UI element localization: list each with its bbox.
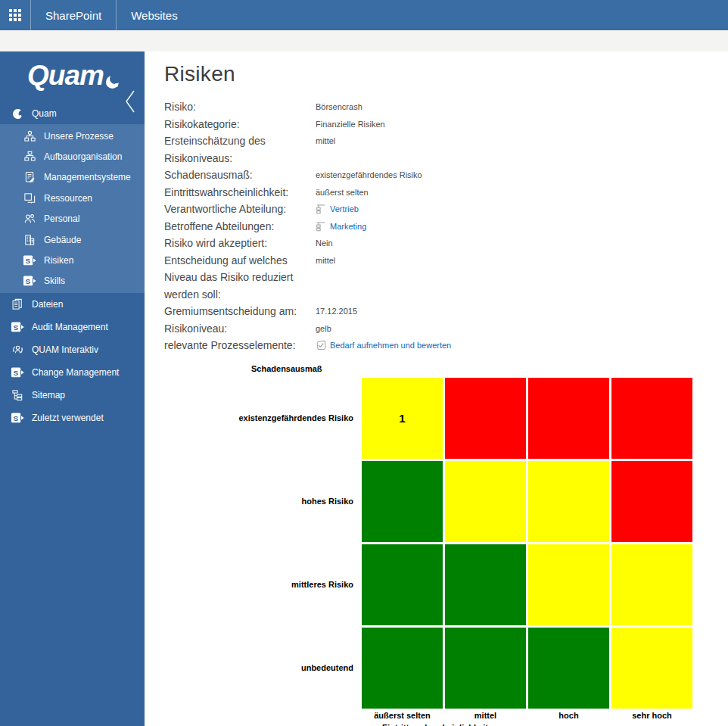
resources-icon bbox=[22, 192, 37, 204]
sidebar-item-personal[interactable]: Personal bbox=[0, 209, 145, 229]
page-title: Risiken bbox=[164, 62, 728, 86]
sidebar-item-quam-interaktiv[interactable]: QUAM Interaktiv bbox=[0, 338, 145, 361]
quam-moon-icon bbox=[106, 76, 119, 89]
matrix-cell-yellow bbox=[611, 628, 692, 709]
sidebar-item-label: Sitemap bbox=[32, 390, 65, 400]
sidebar-item-managementsysteme[interactable]: Managementsysteme bbox=[0, 167, 145, 188]
field-label: Risiko wird akzeptiert: bbox=[164, 235, 316, 252]
sharepoint-s-icon: S bbox=[10, 321, 25, 334]
link-text: Vertrieb bbox=[330, 201, 359, 218]
brand-link-sharepoint[interactable]: SharePoint bbox=[31, 9, 116, 22]
field-row: Verantwortliche Abteilung:Vertrieb bbox=[164, 201, 728, 218]
field-value-link[interactable]: Bedarf aufnehmen und bewerten bbox=[316, 337, 451, 354]
field-row: Risikoniveau:gelb bbox=[164, 320, 728, 338]
matrix-cell-yellow bbox=[528, 544, 609, 625]
sidebar-item-label: Dateien bbox=[32, 299, 63, 310]
matrix-cell-red bbox=[445, 378, 526, 459]
sidebar-item-ressourcen[interactable]: Ressourcen bbox=[0, 188, 145, 208]
sidebar-item-aufbauorganisation[interactable]: Aufbauorganisation bbox=[0, 146, 145, 167]
sidebar-item-label: Quam bbox=[32, 108, 57, 119]
field-row: Entscheidung auf welches Niveau das Risi… bbox=[164, 252, 728, 304]
field-row: Risiko wird akzeptiert:Nein bbox=[164, 235, 728, 252]
matrix-cell-yellow bbox=[528, 461, 609, 542]
field-label: Verantwortliche Abteilung: bbox=[164, 201, 316, 218]
field-value: mittel bbox=[316, 132, 335, 150]
matrix-row-label: existenzgefährdendes Risiko bbox=[164, 378, 359, 459]
svg-text:S: S bbox=[13, 414, 18, 422]
sidebar-item-change-management[interactable]: SChange Management bbox=[0, 361, 145, 384]
field-row: Eintrittswahrscheinlichkeit:äußerst selt… bbox=[164, 184, 728, 201]
sidebar-item-zuletzt-verwendet[interactable]: SZuletzt verwendet bbox=[0, 407, 145, 429]
matrix-xtick-spacer bbox=[164, 711, 359, 720]
sidebar-item-label: Audit Management bbox=[32, 322, 108, 332]
people-icon bbox=[22, 213, 37, 226]
sidebar-item-label: QUAM Interaktiv bbox=[32, 344, 98, 355]
nav-link-websites[interactable]: Websites bbox=[117, 9, 191, 22]
quam-logo: Quam bbox=[0, 51, 145, 91]
org-link-icon bbox=[316, 204, 326, 214]
sidebar-item-label: Personal bbox=[44, 213, 79, 224]
matrix-x-tick: äußerst selten bbox=[362, 711, 443, 720]
field-row: Risiko:Börsencrash bbox=[164, 98, 728, 116]
field-value: Finanzielle Risiken bbox=[316, 116, 385, 133]
sidebar-item-label: Ressourcen bbox=[44, 193, 92, 204]
people-sync-icon bbox=[10, 344, 25, 357]
matrix-cell-red bbox=[611, 461, 692, 542]
process-tree-icon bbox=[22, 129, 37, 142]
sidebar-item-label: Zuletzt verwendet bbox=[32, 413, 104, 423]
risk-marker: 1 bbox=[399, 412, 405, 425]
quam-moon-icon bbox=[10, 107, 25, 120]
field-value: Börsencrash bbox=[316, 98, 362, 116]
sidebar-nav: Quam Unsere ProzesseAufbauorganisationMa… bbox=[0, 103, 145, 429]
sidebar-item-skills[interactable]: SSkills bbox=[0, 271, 145, 291]
matrix-row-label: mittleres Risiko bbox=[164, 544, 359, 625]
risk-detail-fields: Risiko:BörsencrashRisikokategorie:Finanz… bbox=[164, 98, 728, 354]
doc-edit-icon bbox=[22, 171, 37, 184]
sharepoint-s-icon: S bbox=[10, 412, 25, 425]
sharepoint-s-icon: S bbox=[22, 254, 37, 267]
matrix-cell-yellow bbox=[445, 461, 526, 542]
main-content: Risiken Risiko:BörsencrashRisikokategori… bbox=[145, 51, 728, 726]
field-value: äußerst selten bbox=[316, 184, 369, 201]
field-value: mittel bbox=[316, 252, 335, 270]
sitemap-icon bbox=[10, 389, 25, 402]
sidebar-item-unsere-prozesse[interactable]: Unsere Prozesse bbox=[0, 126, 145, 146]
field-value: existenzgefährdendes Risiko bbox=[316, 167, 422, 184]
matrix-cell-green bbox=[445, 544, 526, 625]
field-value: gelb bbox=[316, 320, 331, 338]
field-label: Ersteinschätzung des Risikoniveaus: bbox=[164, 132, 316, 167]
matrix-x-axis-label: Eintrittswahrscheinlichkeit bbox=[382, 723, 728, 726]
matrix-cell-green bbox=[528, 628, 609, 709]
field-value-link[interactable]: Marketing bbox=[316, 218, 366, 235]
app-launcher-icon[interactable] bbox=[0, 0, 30, 30]
field-value: 17.12.2015 bbox=[316, 303, 357, 320]
ribbon-strip bbox=[0, 30, 728, 51]
matrix-cell-green bbox=[362, 461, 443, 542]
svg-text:S: S bbox=[13, 323, 18, 332]
sidebar-item-quam[interactable]: Quam bbox=[0, 103, 145, 124]
field-value-link[interactable]: Vertrieb bbox=[316, 201, 359, 218]
sidebar-item-audit-management[interactable]: SAudit Management bbox=[0, 316, 145, 338]
matrix-x-tick: sehr hoch bbox=[611, 711, 692, 720]
matrix-cell-green bbox=[362, 544, 443, 625]
matrix-cell-red bbox=[611, 378, 692, 459]
orgchart-icon bbox=[22, 151, 37, 164]
field-row: Schadensausmaß:existenzgefährdendes Risi… bbox=[164, 167, 728, 184]
sidebar-collapse-chevron-icon[interactable] bbox=[125, 89, 135, 114]
building-icon bbox=[22, 233, 37, 246]
sidebar-item-label: Unsere Prozesse bbox=[44, 131, 114, 142]
field-row: Betroffene Abteilungen:Marketing bbox=[164, 218, 728, 235]
sidebar-item-label: Gebäude bbox=[44, 235, 81, 245]
sidebar-item-label: Risiken bbox=[44, 255, 73, 266]
link-text: Bedarf aufnehmen und bewerten bbox=[330, 337, 451, 354]
sidebar-item-label: Managementsysteme bbox=[44, 172, 131, 182]
sidebar-item-risiken[interactable]: SRisiken bbox=[0, 250, 145, 270]
sidebar-item-label: Skills bbox=[44, 276, 65, 286]
files-icon bbox=[10, 298, 25, 311]
quam-logo-text: Quam bbox=[27, 61, 104, 91]
sidebar-item-sitemap[interactable]: Sitemap bbox=[0, 384, 145, 407]
field-value: Nein bbox=[316, 235, 333, 252]
sidebar-item-geb-ude[interactable]: Gebäude bbox=[0, 229, 145, 250]
sidebar-item-dateien[interactable]: Dateien bbox=[0, 293, 145, 316]
field-row: Ersteinschätzung des Risikoniveaus:mitte… bbox=[164, 132, 728, 167]
